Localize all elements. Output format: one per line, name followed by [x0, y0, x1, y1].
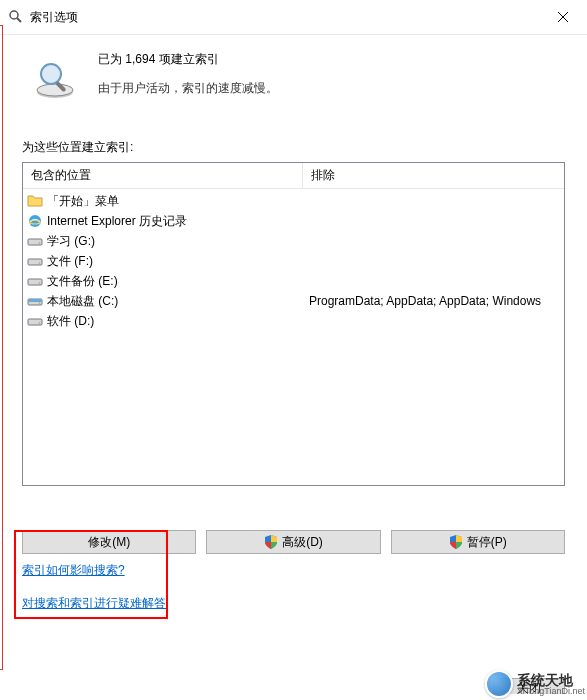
window-title: 索引选项: [30, 9, 541, 26]
drive-icon: [27, 253, 43, 269]
advanced-button[interactable]: 高级(D): [206, 530, 380, 554]
header-section: 已为 1,694 项建立索引 由于用户活动，索引的速度减慢。: [0, 35, 587, 111]
titlebar: 索引选项: [0, 0, 587, 35]
shield-icon: [449, 535, 463, 549]
svg-point-13: [39, 262, 41, 264]
pause-button-label: 暂停(P): [467, 534, 507, 551]
svg-rect-19: [28, 319, 42, 325]
svg-line-1: [17, 18, 21, 22]
list-item-name: 文件 (F:): [47, 253, 93, 270]
list-item[interactable]: 软件 (D:): [23, 311, 564, 331]
watermark: 系统天地 XiTongTianDi.net: [485, 670, 585, 698]
svg-point-6: [41, 64, 61, 84]
listview-body: 「开始」菜单Internet Explorer 历史记录学习 (G:)文件 (F…: [23, 189, 564, 333]
column-excluded[interactable]: 排除: [303, 163, 564, 188]
modify-button[interactable]: 修改(M): [22, 530, 196, 554]
watermark-en-text: XiTongTianDi.net: [517, 687, 585, 696]
drive-icon: [27, 313, 43, 329]
troubleshoot-link[interactable]: 对搜索和索引进行疑难解答: [22, 595, 166, 612]
cdrive-icon: [27, 293, 43, 309]
drive-icon: [27, 273, 43, 289]
index-substatus-text: 由于用户活动，索引的速度减慢。: [98, 80, 567, 97]
svg-point-15: [39, 282, 41, 284]
list-item-name: 本地磁盘 (C:): [47, 293, 118, 310]
index-status-text: 已为 1,694 项建立索引: [98, 51, 567, 68]
column-included[interactable]: 包含的位置: [23, 163, 303, 188]
svg-point-20: [39, 322, 41, 324]
svg-rect-10: [28, 239, 42, 245]
advanced-button-label: 高级(D): [282, 534, 323, 551]
list-item[interactable]: 本地磁盘 (C:)ProgramData; AppData; AppData; …: [23, 291, 564, 311]
shield-icon: [264, 535, 278, 549]
svg-point-11: [39, 242, 41, 244]
svg-point-0: [10, 11, 18, 19]
watermark-cn-text: 系统天地: [517, 673, 585, 687]
list-item[interactable]: 文件 (F:): [23, 251, 564, 271]
list-item[interactable]: 学习 (G:): [23, 231, 564, 251]
list-item-name: 文件备份 (E:): [47, 273, 118, 290]
svg-point-18: [39, 302, 41, 304]
cropped-edge-decoration: [0, 25, 3, 670]
list-item-name: Internet Explorer 历史记录: [47, 213, 187, 230]
drive-icon: [27, 233, 43, 249]
how-index-affects-search-link[interactable]: 索引如何影响搜索?: [22, 562, 125, 579]
list-item[interactable]: 「开始」菜单: [23, 191, 564, 211]
list-item-name: 学习 (G:): [47, 233, 95, 250]
list-item-name: 软件 (D:): [47, 313, 94, 330]
svg-rect-17: [28, 299, 42, 302]
locations-label: 为这些位置建立索引:: [22, 139, 587, 156]
list-item-name: 「开始」菜单: [47, 193, 119, 210]
svg-rect-14: [28, 279, 42, 285]
window-close-button[interactable]: [541, 6, 585, 28]
modify-button-label: 修改(M): [88, 534, 130, 551]
list-item[interactable]: 文件备份 (E:): [23, 271, 564, 291]
ie-icon: [27, 213, 43, 229]
indexing-options-icon: [8, 9, 24, 25]
list-item[interactable]: Internet Explorer 历史记录: [23, 211, 564, 231]
locations-listview: 包含的位置 排除 「开始」菜单Internet Explorer 历史记录学习 …: [22, 162, 565, 486]
svg-point-5: [37, 84, 73, 96]
folder-icon: [27, 193, 43, 209]
pause-button[interactable]: 暂停(P): [391, 530, 565, 554]
button-row: 修改(M) 高级(D) 暂停(P): [22, 530, 565, 554]
list-item-excluded: ProgramData; AppData; AppData; Windows: [303, 294, 564, 308]
listview-header: 包含的位置 排除: [23, 163, 564, 189]
watermark-icon: [485, 670, 513, 698]
indexing-big-icon: [30, 53, 80, 103]
svg-rect-12: [28, 259, 42, 265]
